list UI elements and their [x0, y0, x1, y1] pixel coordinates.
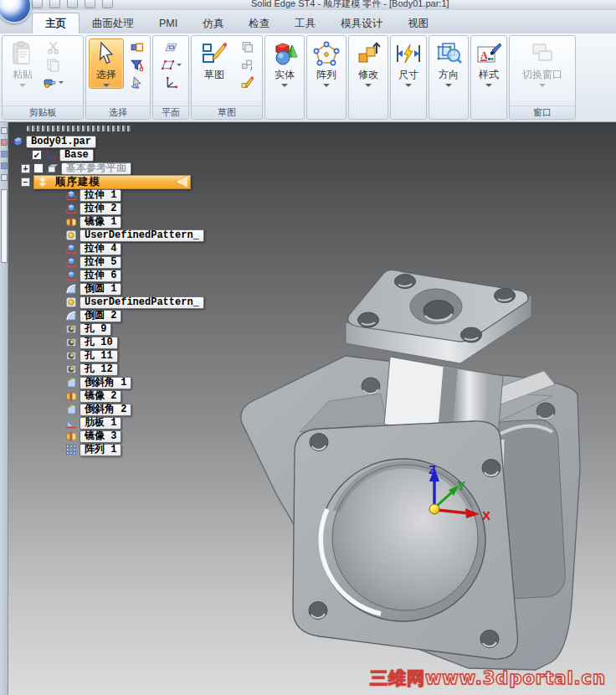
dock-strip[interactable] — [0, 122, 8, 695]
pathfinder-item[interactable]: 倒圆 1 — [65, 282, 226, 296]
switch-window-dropdown[interactable] — [539, 84, 546, 87]
pathfinder-panel: Body01.par ✔ Base + 基本参考平面 − 顺序建模 — [8, 124, 226, 456]
format-painter-button[interactable] — [42, 74, 64, 91]
redo-icon[interactable] — [85, 0, 95, 8]
paste-dropdown[interactable] — [19, 84, 26, 87]
pattern-button[interactable]: 阵列 — [310, 39, 343, 89]
pathfinder-item[interactable]: UserDefinedPattern_ — [65, 296, 226, 309]
orientation-icon — [435, 40, 462, 67]
tab-PMI[interactable]: PMI — [146, 13, 190, 33]
select-dropdown[interactable] — [103, 84, 110, 87]
visibility-checkbox[interactable] — [33, 163, 44, 173]
more-planes-button[interactable] — [160, 56, 182, 74]
pattern-dropdown[interactable] — [323, 84, 330, 87]
tab-工具[interactable]: 工具 — [282, 13, 328, 33]
pathfinder-item[interactable]: 孔 9 — [65, 322, 226, 336]
tab-曲面处理[interactable]: 曲面处理 — [80, 13, 146, 33]
sketch-view-button[interactable] — [236, 39, 258, 56]
group-orientation: 方向 — [429, 35, 469, 120]
pathfinder-item[interactable]: 孔 10 — [65, 336, 226, 349]
pathfinder-item[interactable]: 肋板 1 — [65, 416, 226, 430]
copy-button[interactable] — [42, 56, 64, 74]
switch-window-button[interactable]: 切换窗口 — [512, 39, 572, 89]
switch-window-icon — [529, 40, 556, 67]
feature-label: 镜像 1 — [80, 216, 121, 229]
modify-button[interactable]: 修改 — [352, 39, 385, 89]
feature-tree: Body01.par ✔ Base + 基本参考平面 − 顺序建模 — [8, 135, 226, 456]
more-planes-dropdown[interactable] — [177, 64, 182, 66]
pathfinder-item[interactable]: UserDefinedPattern_ — [65, 229, 226, 242]
coordinate-system-icon — [164, 75, 178, 90]
feature-label: 镜像 3 — [80, 430, 121, 443]
solids-dropdown[interactable] — [281, 84, 288, 87]
pathfinder-item[interactable]: 孔 12 — [65, 363, 226, 376]
tab-视图[interactable]: 视图 — [395, 13, 441, 33]
dimension-button[interactable]: 尺寸 — [393, 39, 424, 89]
orientation-dropdown[interactable] — [445, 84, 452, 87]
feature-label: 孔 9 — [80, 323, 111, 336]
sketch-button[interactable]: 草图 — [194, 39, 234, 84]
pathfinder-item[interactable]: 镜像 1 — [65, 215, 226, 229]
group-pattern: 阵列 — [306, 35, 346, 120]
tab-模具设计[interactable]: 模具设计 — [328, 13, 395, 33]
group-label-select: 选择 — [86, 106, 150, 119]
paste-button[interactable]: 粘贴 — [5, 39, 40, 89]
feature-label: 拉伸 5 — [80, 256, 121, 269]
style-button[interactable]: A 样式 — [474, 39, 504, 89]
tab-label: 主页 — [45, 18, 66, 29]
dock-icon — [1, 162, 8, 169]
pathfinder-item[interactable]: 孔 11 — [65, 349, 226, 363]
undo-icon[interactable] — [49, 0, 60, 8]
refresh-icon[interactable] — [102, 0, 113, 8]
feature-icon — [65, 216, 77, 228]
pathfinder-item[interactable]: + 基本参考平面 — [21, 162, 226, 175]
select-label: 选择 — [96, 68, 116, 82]
orientation-button[interactable]: 方向 — [432, 39, 465, 89]
pathfinder-item[interactable]: − 顺序建模 — [21, 175, 226, 188]
dock-icon — [1, 127, 8, 134]
pathfinder-item[interactable]: 阵列 1 — [65, 443, 226, 456]
save-icon[interactable] — [32, 0, 43, 8]
pathfinder-item[interactable]: ✔ Base — [32, 148, 226, 162]
pathfinder-item[interactable]: Body01.par — [12, 135, 226, 148]
pathfinder-item[interactable]: 拉伸 1 — [65, 188, 226, 202]
3d-viewport[interactable]: Y Z X Body01.par ✔ — [0, 122, 616, 695]
feature-icon — [65, 417, 77, 429]
select-filter-button[interactable] — [126, 56, 147, 74]
format-painter-dropdown[interactable] — [59, 81, 64, 84]
expand-toggle[interactable]: − — [21, 178, 30, 187]
tab-检查[interactable]: 检查 — [236, 13, 282, 33]
solids-button[interactable]: 实体 — [268, 39, 301, 89]
component-select-button[interactable] — [126, 39, 147, 56]
cut-button[interactable] — [42, 39, 64, 56]
deselect-button[interactable] — [126, 74, 147, 91]
panel-resize-grip[interactable] — [27, 126, 132, 131]
collapse-arrow[interactable] — [176, 176, 187, 188]
pathfinder-item[interactable]: 拉伸 6 — [65, 269, 226, 282]
pathfinder-item[interactable]: 倒斜角 2 — [65, 403, 226, 416]
sketch-transfer-button[interactable] — [236, 56, 258, 74]
modify-dropdown[interactable] — [365, 84, 372, 87]
visibility-checkbox[interactable]: ✔ — [32, 150, 42, 160]
tab-主页[interactable]: 主页 — [32, 13, 80, 33]
style-label: 样式 — [479, 68, 499, 82]
style-dropdown[interactable] — [485, 84, 492, 87]
pathfinder-item[interactable]: 倒圆 2 — [65, 309, 226, 322]
tab-label: 模具设计 — [341, 18, 382, 29]
pathfinder-item[interactable]: 镜像 2 — [65, 389, 226, 403]
coincident-plane-icon — [164, 40, 178, 54]
back-icon[interactable] — [67, 0, 78, 8]
select-button[interactable]: 选择 — [89, 39, 124, 89]
group-window: 切换窗口 窗口 — [509, 35, 576, 120]
edit-sketch-button[interactable] — [236, 74, 258, 91]
pathfinder-item[interactable]: 拉伸 2 — [65, 202, 226, 215]
tab-仿真[interactable]: 仿真 — [190, 13, 236, 33]
coordinate-system-button[interactable] — [160, 74, 182, 91]
pathfinder-item[interactable]: 倒斜角 1 — [65, 376, 226, 389]
pathfinder-item[interactable]: 拉伸 4 — [65, 242, 226, 255]
pathfinder-item[interactable]: 镜像 3 — [65, 430, 226, 443]
expand-toggle[interactable]: + — [21, 164, 30, 173]
pathfinder-item[interactable]: 拉伸 5 — [65, 255, 226, 269]
coincident-plane-button[interactable] — [160, 39, 182, 56]
dimension-dropdown[interactable] — [405, 84, 412, 87]
